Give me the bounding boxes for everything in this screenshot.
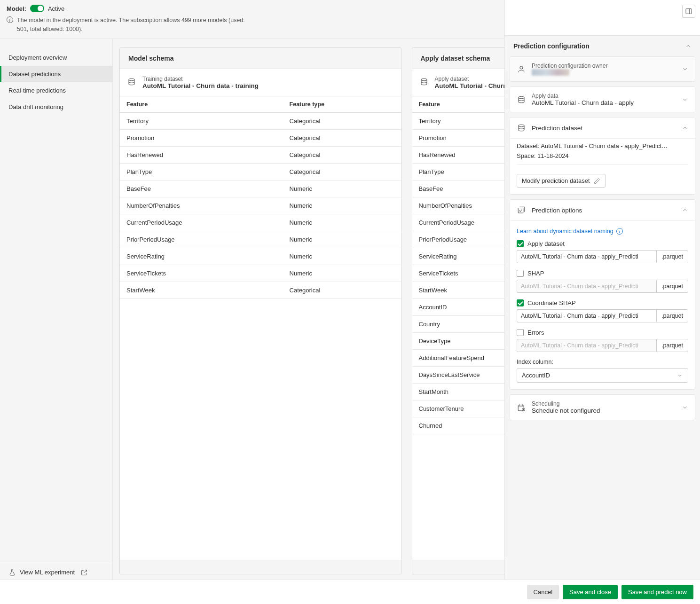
model-active-toggle[interactable] — [30, 5, 44, 12]
svg-point-0 — [129, 78, 134, 81]
option-row: Apply dataset AutoML Tutorial - Churn da… — [517, 240, 688, 263]
calendar-icon — [517, 403, 526, 412]
sidebar-item[interactable]: Dataset predictions — [0, 66, 112, 82]
svg-point-4 — [520, 66, 523, 69]
svg-rect-7 — [518, 208, 523, 213]
user-icon — [517, 64, 526, 74]
database-icon — [127, 78, 137, 87]
option-label: SHAP — [527, 270, 544, 277]
scheduling-header[interactable]: Scheduling Schedule not configured — [510, 395, 695, 420]
panel-footer — [120, 560, 401, 574]
feature-cell: Territory — [120, 112, 283, 129]
chevron-up-icon — [682, 207, 688, 213]
option-row: Errors AutoML Tutorial - Churn data - ap… — [517, 329, 688, 352]
option-checkbox[interactable] — [517, 299, 524, 306]
feature-cell: BaseFee — [120, 180, 283, 197]
index-column-select[interactable]: AccountID — [517, 368, 688, 383]
save-close-button[interactable]: Save and close — [563, 585, 618, 599]
info-text: The model in the deployment is active. T… — [17, 16, 252, 34]
chevron-down-icon — [682, 404, 688, 411]
table-row: ServiceTicketsNumeric — [120, 265, 401, 282]
feature-cell: HasRenewed — [120, 146, 283, 163]
prediction-dataset-label: Prediction dataset — [532, 125, 676, 132]
type-cell: Categorical — [283, 112, 401, 129]
chevron-up-icon — [682, 125, 688, 131]
option-ext: .parquet — [656, 309, 688, 322]
feature-cell: StartWeek — [120, 282, 283, 298]
options-label: Prediction options — [532, 207, 676, 214]
table-row: ServiceRatingNumeric — [120, 248, 401, 265]
database-icon — [517, 123, 526, 133]
owner-label: Prediction configuration owner — [532, 63, 676, 69]
col-type: Feature type — [283, 96, 401, 113]
sidebar-item[interactable]: Real-time predictions — [0, 82, 112, 99]
prediction-dataset-header[interactable]: Prediction dataset — [510, 118, 695, 138]
info-icon: i — [7, 16, 13, 23]
svg-point-1 — [421, 78, 427, 81]
database-icon — [517, 95, 526, 104]
external-link-icon — [80, 569, 88, 576]
options-icon — [517, 205, 526, 215]
option-label: Apply dataset — [527, 240, 565, 247]
scheduling-value: Schedule not configured — [532, 407, 676, 414]
table-row: HasRenewedCategorical — [120, 146, 401, 163]
option-filename-input: AutoML Tutorial - Churn data - apply_Pre… — [517, 280, 656, 293]
sidebar: Deployment overviewDataset predictionsRe… — [0, 39, 113, 583]
training-dataset-name: AutoML Tutorial - Churn data - training — [142, 82, 393, 89]
table-row: PlanTypeCategorical — [120, 163, 401, 180]
panel-collapse-button[interactable] — [682, 5, 695, 18]
type-cell: Numeric — [283, 231, 401, 248]
dataset-line: Dataset: AutoML Tutorial - Churn data - … — [517, 142, 688, 149]
save-predict-button[interactable]: Save and predict now — [621, 585, 693, 599]
feature-cell: ServiceTickets — [120, 265, 283, 282]
option-row: Coordinate SHAP AutoML Tutorial - Churn … — [517, 299, 688, 322]
owner-card-header[interactable]: Prediction configuration owner — [510, 57, 695, 81]
flask-icon — [8, 569, 16, 576]
footer-actions: Cancel Save and close Save and predict n… — [0, 580, 700, 604]
chevron-down-icon — [682, 66, 688, 72]
table-row: CurrentPeriodUsageNumeric — [120, 214, 401, 231]
database-icon — [420, 78, 429, 87]
type-cell: Categorical — [283, 163, 401, 180]
table-row: StartWeekCategorical — [120, 282, 401, 298]
apply-data-value: AutoML Tutorial - Churn data - apply — [532, 99, 676, 106]
col-feature: Feature — [120, 96, 283, 113]
prediction-dataset-card: Prediction dataset Dataset: AutoML Tutor… — [510, 117, 695, 195]
type-cell: Numeric — [283, 248, 401, 265]
info-icon: i — [616, 228, 623, 235]
svg-rect-2 — [686, 9, 692, 14]
learn-link-label: Learn about dynamic dataset naming — [517, 228, 613, 235]
config-heading-label: Prediction configuration — [513, 42, 590, 50]
apply-data-card: Apply data AutoML Tutorial - Churn data … — [510, 86, 695, 112]
option-filename-input[interactable]: AutoML Tutorial - Churn data - apply_Pre… — [517, 309, 656, 322]
feature-cell: PlanType — [120, 163, 283, 180]
prediction-options-header[interactable]: Prediction options — [510, 200, 695, 220]
chevron-up-icon — [685, 43, 692, 49]
modify-label: Modify prediction dataset — [522, 177, 590, 184]
option-checkbox[interactable] — [517, 329, 524, 336]
config-heading[interactable]: Prediction configuration — [505, 36, 700, 56]
option-checkbox[interactable] — [517, 240, 524, 247]
feature-cell: Promotion — [120, 129, 283, 146]
table-row: PromotionCategorical — [120, 129, 401, 146]
type-cell: Categorical — [283, 282, 401, 298]
modify-dataset-button[interactable]: Modify prediction dataset — [517, 174, 606, 188]
option-ext: .parquet — [656, 339, 688, 352]
sidebar-item[interactable]: Data drift monitoring — [0, 99, 112, 115]
apply-data-header[interactable]: Apply data AutoML Tutorial - Churn data … — [510, 87, 695, 112]
svg-point-6 — [519, 125, 524, 127]
table-row: PriorPeriodUsageNumeric — [120, 231, 401, 248]
model-label: Model: — [7, 5, 26, 12]
training-dataset-label: Training dataset — [142, 76, 393, 82]
type-cell: Numeric — [283, 214, 401, 231]
chevron-down-icon — [682, 96, 688, 103]
option-filename-input[interactable]: AutoML Tutorial - Churn data - apply_Pre… — [517, 250, 656, 263]
model-feature-table: Feature Feature type TerritoryCategorica… — [120, 96, 401, 560]
type-cell: Numeric — [283, 265, 401, 282]
status-banner: Model: Active i The model in the deploym… — [0, 0, 504, 39]
cancel-button[interactable]: Cancel — [527, 585, 559, 599]
learn-link[interactable]: Learn about dynamic dataset naming i — [517, 227, 623, 235]
sidebar-item[interactable]: Deployment overview — [0, 49, 112, 66]
type-cell: Categorical — [283, 146, 401, 163]
option-checkbox[interactable] — [517, 270, 524, 277]
